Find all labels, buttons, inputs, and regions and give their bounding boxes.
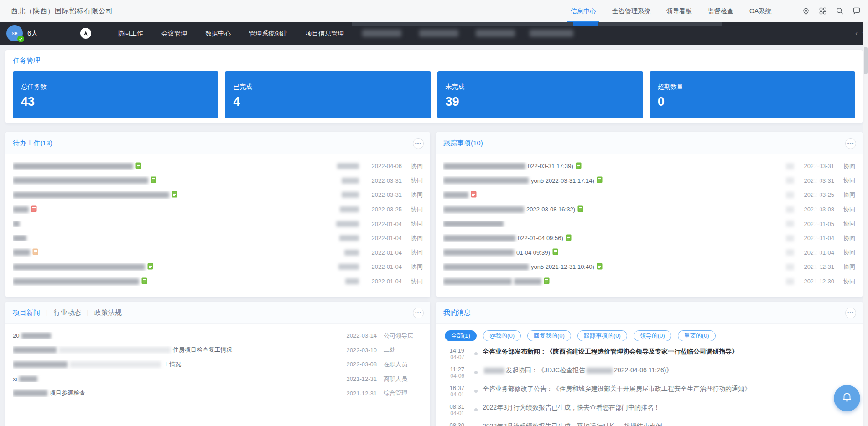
more-options-button[interactable]: ••• bbox=[413, 308, 424, 318]
tracking-row[interactable]: 2022-03-25协同 bbox=[443, 188, 855, 202]
tracking-row[interactable]: 2022-03-08 16:32)2022-03-08协同 bbox=[443, 202, 855, 217]
todo-row[interactable]: 2022-01-04协同 bbox=[13, 260, 423, 274]
todo-title-redacted bbox=[13, 177, 148, 184]
scrollbar-thumb[interactable] bbox=[864, 47, 868, 74]
avatar[interactable]: se bbox=[6, 25, 23, 41]
tracking-title-redacted bbox=[443, 192, 468, 198]
tracking-row-title: yon5 2022-03-31 17:14) bbox=[443, 176, 786, 185]
news-row[interactable]: 202022-03-14公司领导层 bbox=[13, 328, 423, 343]
completed-tasks-card[interactable]: 已完成4 bbox=[225, 71, 431, 118]
tracking-row-title bbox=[443, 221, 786, 227]
filter-replies[interactable]: 回复我的(0) bbox=[527, 330, 571, 341]
todo-date: 2022-03-31 bbox=[365, 177, 402, 184]
search-icon[interactable] bbox=[835, 6, 844, 15]
message-item[interactable]: 08:3104-012022年3月行为绩效报告已生成，快去查看您在部门中的排名！ bbox=[436, 402, 863, 421]
date-month-mask bbox=[813, 262, 821, 271]
nav-item-redacted[interactable] bbox=[530, 30, 573, 37]
news-panel: 项目新闻 | 行业动态 | 政策法规 ••• 202022-03-14公司领导层… bbox=[5, 302, 430, 426]
todo-date: 2022-03-31 bbox=[365, 191, 402, 198]
tracking-name-redacted bbox=[786, 264, 794, 270]
message-item[interactable]: 08:302022年3月流程绩效报告已生成。平均运行时长-，超期结束比例-。 bbox=[436, 421, 863, 426]
nav-item-project-info[interactable]: 项目信息管理 bbox=[306, 22, 344, 45]
todo-row[interactable]: 2022-03-31协同 bbox=[13, 188, 423, 202]
todo-date: 2022-01-04 bbox=[365, 263, 402, 270]
collab-tag: 协同 bbox=[842, 248, 855, 257]
top-link-supervision[interactable]: 监督检查 bbox=[707, 0, 735, 22]
top-link-leader-board[interactable]: 领导看板 bbox=[665, 0, 693, 22]
tracking-row[interactable]: 01-04 09:39)2022-01-04协同 bbox=[443, 246, 855, 260]
message-time: 11:2704-06 bbox=[436, 364, 464, 380]
collab-tag: 协同 bbox=[409, 191, 423, 199]
location-icon[interactable] bbox=[801, 6, 811, 15]
filter-important[interactable]: 重要的(0) bbox=[678, 330, 716, 341]
user-count-label[interactable]: 6人 bbox=[27, 22, 38, 45]
notifications-fab[interactable] bbox=[834, 385, 860, 411]
nav-item-redacted[interactable] bbox=[419, 30, 458, 37]
filter-tracking[interactable]: 跟踪事项的(0) bbox=[577, 330, 627, 341]
tracking-row[interactable]: yon5 2022-03-31 17:14)2022-03-31协同 bbox=[443, 174, 855, 188]
apps-grid-icon[interactable] bbox=[818, 6, 827, 15]
collab-tag: 协同 bbox=[842, 277, 855, 286]
tracking-row[interactable]: 2021-12-30协同 bbox=[443, 274, 855, 289]
tracking-title-suffix: yon5 2022-03-31 17:14) bbox=[531, 177, 594, 184]
message-item[interactable]: 16:3704-01全咨业务部修改了公告：《住房和城乡建设部关于开展房屋市政工程… bbox=[436, 383, 863, 402]
tab-industry-trends[interactable]: 行业动态 bbox=[53, 302, 81, 323]
todo-row[interactable]: 2022-01-04协同 bbox=[13, 231, 423, 246]
green-doc-icon bbox=[135, 162, 141, 170]
tab-project-news[interactable]: 项目新闻 bbox=[13, 302, 40, 323]
collab-tag: 协同 bbox=[409, 234, 423, 242]
navigation-arrow-icon[interactable] bbox=[80, 28, 91, 39]
more-options-button[interactable]: ••• bbox=[413, 138, 424, 149]
incomplete-tasks-card[interactable]: 未完成39 bbox=[437, 71, 643, 118]
tracking-row[interactable]: 022-01-04 09:56)2022-01-04协同 bbox=[443, 231, 855, 246]
news-row[interactable]: 住房项目检查复工情况2022-03-10二处 bbox=[13, 343, 423, 358]
total-tasks-card[interactable]: 总任务数43 bbox=[13, 71, 218, 118]
chevron-left-icon[interactable]: ‹ bbox=[855, 22, 858, 45]
green-doc-icon bbox=[172, 191, 177, 199]
nav-item-meetings[interactable]: 会议管理 bbox=[161, 22, 187, 45]
tab-separator: | bbox=[46, 302, 47, 323]
todo-title-redacted bbox=[13, 278, 139, 285]
news-row[interactable]: xi2021-12-31离职人员 bbox=[13, 372, 423, 386]
tracking-row[interactable]: 2022-01-05协同 bbox=[443, 216, 855, 231]
date-month-mask bbox=[813, 205, 821, 214]
nav-item-data-center[interactable]: 数据中心 bbox=[205, 22, 231, 45]
tracking-title-suffix: 01-04 09:39) bbox=[516, 249, 550, 256]
tracking-row[interactable]: yon5 2021-12-31 10:40)2021-12-31协同 bbox=[443, 260, 855, 274]
news-date: 2022-03-08 bbox=[340, 361, 377, 368]
top-link-consult-system[interactable]: 全咨管理系统 bbox=[611, 0, 652, 22]
todo-row[interactable]: 2022-01-04协同 bbox=[13, 274, 423, 289]
top-link-info-center[interactable]: 信息中心 bbox=[569, 0, 598, 22]
nav-item-system-build[interactable]: 管理系统创建 bbox=[249, 22, 287, 45]
nav-item-redacted[interactable] bbox=[476, 30, 515, 37]
filter-mentions[interactable]: @我的(0) bbox=[483, 330, 521, 341]
todo-row[interactable]: 2022-04-06协同 bbox=[13, 159, 423, 174]
assignee-name-redacted bbox=[342, 178, 359, 184]
todo-row[interactable]: 2022-03-31协同 bbox=[13, 174, 423, 188]
filter-leader[interactable]: 领导的(0) bbox=[634, 330, 671, 341]
news-category: 公司领导层 bbox=[384, 332, 423, 340]
overdue-tasks-card[interactable]: 超期数量0 bbox=[650, 71, 855, 118]
nav-item-collaboration[interactable]: 协同工作 bbox=[118, 22, 143, 45]
tracking-name-redacted bbox=[786, 206, 794, 213]
message-item[interactable]: 14:1904-07全咨业务部发布新闻：《陕西省建设工程造价管理协会领导及专家一… bbox=[436, 346, 863, 364]
tracking-row[interactable]: 022-03-31 17:39)2022-03-31协同 bbox=[443, 159, 855, 174]
news-row[interactable]: 项目参观检查2021-12-31综合管理 bbox=[13, 386, 423, 400]
todo-row[interactable]: 2022-01-04协同 bbox=[13, 246, 423, 260]
news-row[interactable]: 工情况2022-03-08在职人员 bbox=[13, 357, 423, 372]
more-options-button[interactable]: ••• bbox=[845, 138, 856, 149]
page-scrollbar[interactable] bbox=[863, 22, 868, 426]
todo-row[interactable]: 2022-03-25协同 bbox=[13, 202, 423, 217]
top-icon-group bbox=[801, 6, 868, 15]
top-link-oa-system[interactable]: OA系统 bbox=[748, 0, 773, 22]
tracking-name-redacted bbox=[786, 192, 794, 198]
card-value: 4 bbox=[233, 95, 431, 109]
tab-policies[interactable]: 政策法规 bbox=[94, 302, 122, 323]
nav-item-redacted[interactable] bbox=[362, 30, 401, 37]
filter-all[interactable]: 全部(1) bbox=[445, 330, 477, 341]
message-item[interactable]: 11:2704-06发起协同：《JDJC检查报告2022-04-06 11:26… bbox=[436, 364, 863, 383]
more-options-button[interactable]: ••• bbox=[845, 308, 856, 318]
chat-icon[interactable] bbox=[852, 6, 861, 15]
todo-date: 2022-03-25 bbox=[365, 206, 402, 213]
todo-row[interactable]: 2022-01-04协同 bbox=[13, 216, 423, 231]
